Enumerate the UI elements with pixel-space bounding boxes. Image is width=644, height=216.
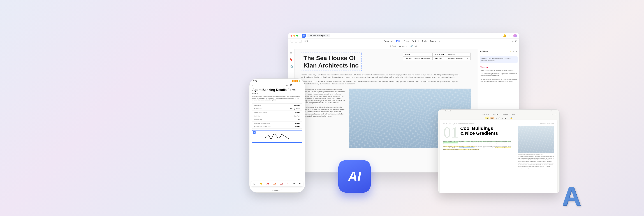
form-row: Bank CityNew York bbox=[252, 114, 302, 118]
signature-field[interactable]: ✎ bbox=[252, 130, 302, 143]
chevron-up-icon[interactable]: ⌃ bbox=[280, 189, 282, 191]
attachments-icon[interactable]: 📎 bbox=[290, 64, 293, 68]
highlight-orange-icon[interactable]: Aa bbox=[490, 117, 494, 119]
pencil-icon[interactable]: ✎ bbox=[496, 117, 497, 119]
sidebar-toggle-icon[interactable] bbox=[290, 40, 293, 43]
tablet-search-icon[interactable]: ⌕ bbox=[552, 114, 552, 115]
eraser-icon[interactable]: ◫ bbox=[498, 117, 500, 119]
menu-tools[interactable]: Tools bbox=[422, 40, 427, 43]
tablet-mockup: Tue Jan 9 9:41 ‹ Comment Edit PDF Conver… bbox=[438, 110, 560, 193]
tab-comment[interactable]: Comment bbox=[482, 114, 489, 115]
zoom-level[interactable]: 100% bbox=[304, 40, 308, 42]
zoom-out-icon[interactable]: － bbox=[314, 40, 315, 43]
user-avatar[interactable] bbox=[513, 34, 517, 37]
minimize-window-icon[interactable] bbox=[294, 35, 295, 37]
doc-col-para-1: Khan Architects Inc., is a mid-sized arc… bbox=[301, 88, 346, 104]
print-icon[interactable]: ⎙ bbox=[512, 40, 514, 42]
search-icon[interactable]: ⌕ bbox=[286, 84, 288, 87]
tablet-tab-bar: ‹ Comment Edit PDF Convert Tools ⌕ ⋯ bbox=[438, 112, 560, 116]
close-window-icon[interactable] bbox=[290, 35, 292, 37]
tab-tools[interactable]: Tools bbox=[512, 114, 515, 115]
edit-subtoolbar: TText ▦Image 🔗Link bbox=[288, 44, 519, 49]
article-side-text: Housing 20 people it was made for the Ma… bbox=[518, 156, 554, 169]
font-style-3-icon[interactable]: Aa bbox=[273, 183, 276, 185]
article-body: Housing 20 people it was made for the Ma… bbox=[444, 141, 514, 150]
form-intro-text: Kindly find below banking details for al… bbox=[250, 94, 305, 102]
back-icon[interactable]: ‹ bbox=[252, 84, 253, 87]
traffic-lights[interactable] bbox=[290, 35, 298, 37]
big-number: 01 bbox=[444, 126, 458, 139]
doc-col-para-2: Khan Architects Inc., is a mid-sized arc… bbox=[301, 106, 346, 117]
selected-title-text-box[interactable]: The Sea House Of Klan Architects Inc bbox=[301, 53, 362, 71]
ai-close-icon[interactable]: ✕ bbox=[516, 50, 518, 53]
view-mode-icon[interactable] bbox=[299, 40, 302, 43]
grid-icon[interactable]: ⊞ bbox=[290, 84, 292, 87]
add-text-button[interactable]: TText bbox=[390, 45, 396, 47]
undo-icon[interactable]: ↶ bbox=[293, 183, 295, 185]
photo-credit: PHOTOGRAPH BY Angel Kalafatis, STORY BY … bbox=[518, 154, 554, 155]
headline-line2: & Nice Gradients bbox=[460, 131, 498, 136]
ai-settings-icon[interactable]: ⊟ bbox=[513, 50, 514, 52]
tablet-more-icon[interactable]: ⋯ bbox=[554, 114, 556, 115]
menu-form[interactable]: Form bbox=[404, 40, 408, 43]
document-tab[interactable]: The Sea House.pdf ✕ bbox=[308, 34, 330, 37]
more-icon[interactable]: ⋯ bbox=[300, 84, 302, 87]
checkbox-tool-icon[interactable]: ☐ bbox=[254, 183, 255, 185]
tab-convert[interactable]: Convert bbox=[503, 114, 508, 115]
comment-label[interactable]: Comment bbox=[272, 189, 279, 191]
page-thumbnails-icon[interactable]: ▤ bbox=[290, 51, 292, 55]
table-cell-location: Westport, Washington, USA bbox=[446, 57, 470, 60]
close-tab-icon[interactable]: ✕ bbox=[327, 34, 328, 37]
ai-star-icon[interactable]: ✦ bbox=[509, 40, 510, 42]
tablet-back-icon[interactable]: ‹ bbox=[442, 114, 442, 115]
dedication-line: To Creative Concepts bbox=[538, 123, 554, 125]
decorative-letter-a: A bbox=[562, 180, 594, 211]
notification-bell-icon[interactable]: 🔔 bbox=[503, 34, 506, 37]
panel-toggle-icon[interactable]: ◧ bbox=[515, 40, 517, 42]
phone-status-bar: 9:41 📶 📶 🔋 bbox=[250, 79, 305, 83]
tab-edit[interactable]: Edit PDF bbox=[492, 114, 498, 115]
pen-tool-icon[interactable]: ✒ bbox=[287, 183, 289, 185]
bookmark-outline-icon[interactable]: ☐ bbox=[295, 84, 297, 87]
phone-status-icons: 📶 📶 🔋 bbox=[292, 80, 301, 82]
menu-comment[interactable]: Comment bbox=[384, 40, 393, 43]
thumbnails-icon[interactable] bbox=[295, 40, 298, 43]
shape-icon[interactable]: ◇ bbox=[502, 117, 503, 119]
doc-column-text: Khan Architects Inc., is a mid-sized arc… bbox=[301, 88, 346, 148]
ai-sidebar-title: AI Sidebar bbox=[480, 50, 488, 52]
table-header-area: Area Space bbox=[433, 53, 446, 57]
bank-details-form: Bank NameABC Bank Bank BranchDrive-up Br… bbox=[252, 103, 302, 129]
add-link-button[interactable]: 🔗Link bbox=[410, 45, 417, 48]
headline-line1: Cool Buildings bbox=[460, 126, 498, 131]
font-style-2-icon[interactable]: Aa bbox=[266, 183, 269, 185]
menu-batch[interactable]: Batch bbox=[430, 40, 436, 43]
image-icon: ▦ bbox=[399, 45, 401, 48]
table-header-location: Location bbox=[446, 53, 470, 57]
text-icon: T bbox=[390, 45, 391, 47]
window-chrome-bar: ⧉ The Sea House.pdf ✕ 🔔 ⇪ bbox=[288, 33, 519, 39]
ai-summary-point-1: 1.Khan Architects Inc., is a mid-sized a… bbox=[480, 69, 518, 71]
menu-edit[interactable]: Edit bbox=[396, 40, 400, 43]
font-style-1-icon[interactable]: Aa bbox=[260, 183, 262, 185]
document-tab-title: The Sea House.pdf bbox=[309, 35, 325, 37]
highlight-yellow-icon[interactable]: Aa bbox=[485, 117, 489, 119]
zoom-in-icon[interactable]: ＋ bbox=[310, 40, 312, 43]
menu-protect[interactable]: Protect bbox=[412, 40, 418, 43]
ai-badge-text: AI bbox=[348, 169, 361, 184]
doc-title-line2: Klan Architects Inc bbox=[304, 62, 359, 69]
redo-icon[interactable]: ↷ bbox=[299, 183, 301, 185]
doc-paragraph-1: Khan Architects Inc., is a mid-sized arc… bbox=[301, 74, 461, 79]
add-image-button[interactable]: ▦Image bbox=[399, 45, 407, 48]
text-tool-icon[interactable]: T bbox=[508, 117, 508, 119]
ai-expand-icon[interactable]: ⤢ bbox=[510, 50, 512, 52]
signature-tool-icon[interactable]: ✍ bbox=[510, 117, 512, 119]
bookmark-icon[interactable]: 🔖 bbox=[290, 58, 293, 61]
info-table: Name Area Space Location The Sea House K… bbox=[403, 53, 470, 60]
font-style-4-icon[interactable]: Aa bbox=[280, 183, 283, 185]
maximize-window-icon[interactable] bbox=[296, 35, 298, 37]
share-icon[interactable]: ⇪ bbox=[509, 34, 511, 37]
highlighted-text-blue: Housing 20 people it was made bbox=[459, 147, 474, 148]
doc-title-line1: The Sea House Of bbox=[304, 55, 356, 61]
menu-more-icon[interactable]: ⌄ bbox=[439, 40, 441, 43]
stamp-icon[interactable]: ◉ bbox=[505, 117, 506, 119]
